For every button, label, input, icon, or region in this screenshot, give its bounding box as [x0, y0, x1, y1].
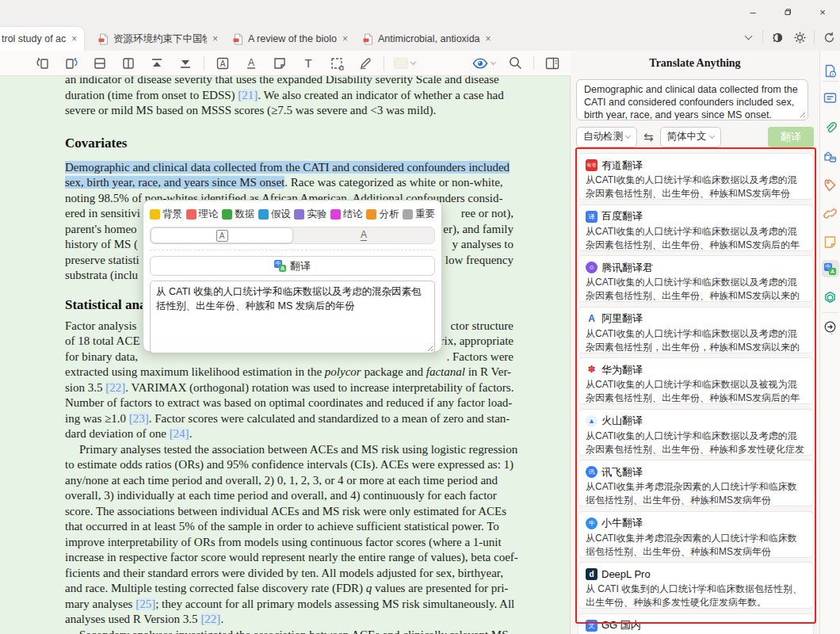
target-language-select[interactable]: 简体中文 — [660, 127, 721, 147]
translation-card-youdao[interactable]: 有道有道翻译 从CATI收集的人口统计学和临床数据以及考虑的混杂因素包括性别、出… — [578, 153, 814, 200]
settings-gear-icon[interactable] — [788, 28, 811, 47]
minimize-button[interactable]: – — [735, 0, 770, 24]
volcano-icon: ▲ — [586, 415, 598, 427]
tab-close-icon[interactable]: × — [212, 33, 218, 44]
tag-conclusion[interactable]: 结论 — [330, 208, 363, 221]
translation-card-baidu[interactable]: 译百度翻译 从CATI收集的人口统计学和临床数据以及考虑的混杂因素包括性别、出生… — [578, 204, 814, 251]
pen-draw-icon[interactable] — [353, 53, 377, 74]
tag-color-swatch — [330, 209, 341, 220]
translation-card-tencent[interactable]: ☺腾讯翻译君 从CATI收集的人口统计学和临床数据以及考虑的混杂因素包括性别、出… — [578, 255, 814, 302]
export-arrow-icon[interactable] — [822, 319, 839, 336]
doc-line: that occurred in at least 5% of the samp… — [65, 519, 514, 535]
refresh-icon[interactable] — [818, 28, 840, 47]
tag-hypothesis[interactable]: 假设 — [258, 208, 291, 221]
highlight-style-option[interactable]: A — [151, 227, 293, 243]
tag-experiment[interactable]: 实验 — [294, 208, 326, 221]
rotate-right-icon[interactable] — [59, 53, 83, 74]
tab-close-icon[interactable]: × — [486, 33, 491, 44]
popup-translate-button[interactable]: 中A 翻译 — [150, 256, 435, 276]
tab-list-chevron-icon[interactable] — [737, 28, 759, 47]
translate-panel-icon[interactable]: 中A — [822, 260, 839, 277]
translation-card-niutrans[interactable]: 牛小牛翻译 从CATI收集并考虑混杂因素的人口统计学和临床数据包括性别、出生年份… — [578, 511, 814, 558]
separator — [204, 56, 204, 71]
text-annotation-icon[interactable]: T — [296, 53, 320, 74]
tab-label: 资源环境约束下中国物流业 — [113, 32, 207, 46]
underline-text-icon[interactable]: A — [239, 53, 263, 74]
close-button[interactable]: × — [805, 0, 840, 24]
translation-card-iflytek[interactable]: 讯讯飞翻译 从CATI收集并考虑混杂因素的人口统计学和临床数据包括性别、出生年份… — [578, 460, 814, 506]
doc-line: improve interpretability of ORs from mod… — [65, 535, 514, 551]
tag-data[interactable]: 数据 — [222, 208, 254, 221]
underline-style-option[interactable]: A — [293, 227, 434, 243]
tab-logistics-paper[interactable]: 资源环境约束下中国物流业 × — [94, 27, 225, 51]
source-language-select[interactable]: 自动检测 — [576, 127, 637, 147]
sticky-note-icon[interactable] — [268, 53, 292, 74]
document-info-icon[interactable] — [822, 62, 839, 79]
scroll-to-top-icon[interactable] — [145, 53, 169, 74]
tab-biology-review[interactable]: A review of the biology, × — [228, 27, 355, 51]
tab-label: Antimicrobial, antioxida — [378, 33, 480, 44]
source-text-input[interactable]: Demographic and clinical data collected … — [576, 79, 808, 120]
tab-label: A review of the biology, — [248, 33, 337, 44]
theme-toggle-icon[interactable] — [766, 28, 788, 47]
select-area-icon[interactable] — [325, 53, 349, 74]
tag-analysis[interactable]: 分析 — [366, 208, 399, 221]
citation-link[interactable]: [23] — [129, 412, 149, 425]
citation-link[interactable]: [21] — [238, 89, 258, 101]
translate-panel: Translate Anything Demographic and clini… — [571, 51, 819, 634]
document-text: an indicator of disease severity that us… — [65, 76, 514, 634]
citation-link[interactable]: [25] — [136, 598, 155, 610]
citation-link[interactable]: [22] — [105, 381, 125, 394]
translation-card-deepl[interactable]: dDeepL Pro 从 CATI 收集到的人口统计学和临床数据包括性别、出生年… — [578, 562, 814, 609]
translation-card-google-cn[interactable]: 文GG 国内 从 CATI 收集的人口统计学和临床数据以及考虑的混杂因素包 — [578, 613, 814, 634]
tab-bar: trol study of ac × 资源环境约束下中国物流业 × A revi… — [0, 24, 840, 51]
tab-antimicrobial-paper[interactable]: Antimicrobial, antioxida × — [358, 27, 506, 51]
single-page-layout-icon[interactable] — [88, 53, 112, 74]
doc-line: severe or mild MS based on MSSS scores (… — [65, 103, 514, 119]
doc-line: any/none at each time period and overall… — [65, 473, 514, 489]
doc-line: sion 3.5 [22]. VARIMAX (orthogonal) rota… — [65, 380, 514, 396]
tag-background[interactable]: 背景 — [150, 208, 182, 221]
search-icon[interactable] — [503, 53, 527, 74]
tab-active-case-control-study[interactable]: trol study of ac × — [0, 27, 84, 51]
citation-link[interactable]: [24] — [170, 427, 189, 440]
translation-card-volcano[interactable]: ▲火山翻译 从CATI收集的人口统计学和临床数据以及考虑的混杂因素包括性别、出生… — [578, 409, 814, 456]
rotate-left-icon[interactable] — [31, 53, 55, 74]
tag-theory[interactable]: 理论 — [186, 208, 219, 221]
tencent-icon: ☺ — [586, 262, 598, 273]
tag-important[interactable]: 重要 — [403, 208, 435, 221]
highlight-text-icon[interactable]: A — [211, 53, 235, 74]
note-icon[interactable] — [822, 233, 839, 250]
annotation-color-swatch[interactable] — [391, 53, 418, 74]
eye-protection-icon[interactable] — [468, 53, 498, 74]
tag-icon[interactable] — [822, 176, 839, 193]
library-icon[interactable] — [822, 147, 839, 165]
translation-text: 从CATI收集的人口统计学和临床数据以及考虑的混杂因素包括性别、出生年份、种族和… — [586, 225, 806, 251]
annotation-popup: 背景 理论 数据 假设 实验 结论 分析 重要 A A 中A 翻译 从 CATI… — [143, 200, 442, 352]
translate-button[interactable]: 翻译 — [768, 127, 814, 147]
paperclip-icon[interactable] — [822, 119, 839, 136]
citation-link[interactable]: [22] — [200, 613, 220, 625]
popup-translation-textarea[interactable]: 从 CATI 收集的人口统计学和临床数据以及考虑的混杂因素包括性别、出生年份、种… — [150, 281, 435, 353]
panel-divider — [570, 51, 571, 634]
chatgpt-icon[interactable] — [822, 288, 839, 306]
tag-color-swatch — [222, 209, 232, 220]
huawei-icon: ✽ — [586, 364, 598, 376]
alibaba-icon: A — [586, 313, 598, 325]
doc-line: an indicator of disease severity that us… — [65, 76, 514, 88]
scroll-to-bottom-icon[interactable] — [174, 53, 197, 74]
link-icon[interactable] — [822, 204, 839, 222]
doc-line: Number of factors to extract was based o… — [65, 395, 514, 411]
resize-handle[interactable] — [798, 110, 805, 117]
tab-close-icon[interactable]: × — [71, 33, 77, 44]
side-panel-toggle-icon[interactable] — [540, 53, 564, 74]
pdf-toolbar: A A T — [0, 51, 571, 76]
two-page-layout-icon[interactable] — [116, 53, 140, 74]
maximize-button[interactable] — [770, 0, 805, 24]
tab-close-icon[interactable]: × — [342, 33, 348, 44]
resize-handle[interactable] — [426, 344, 433, 351]
translation-card-alibaba[interactable]: A阿里翻译 从CATI收集的人口统计学和临床数据以及考虑的混杂因素包括性别，出生… — [578, 307, 814, 353]
summary-note-icon[interactable] — [822, 89, 839, 106]
swap-languages-icon[interactable]: ⇆ — [643, 130, 654, 144]
translation-card-huawei[interactable]: ✽华为翻译 从CATI收集的人口统计学和临床数据以及被视为混杂因素包括性别、出生… — [578, 357, 814, 404]
